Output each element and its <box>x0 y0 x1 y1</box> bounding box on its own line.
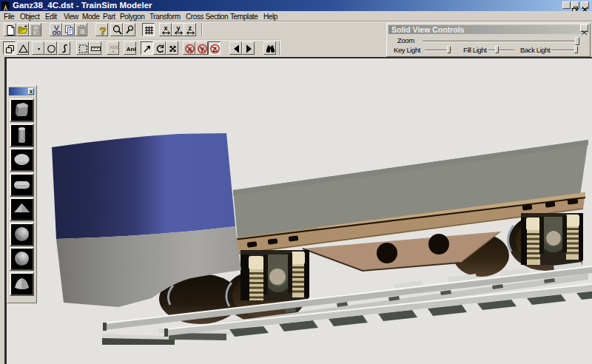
svg-text:Ani: Ani <box>127 46 136 53</box>
svg-text:ADD: ADD <box>110 45 119 50</box>
svg-text:?: ? <box>100 24 107 36</box>
svg-text:x: x <box>164 24 168 32</box>
svg-text:z: z <box>189 24 192 32</box>
svg-text:y: y <box>177 24 181 32</box>
